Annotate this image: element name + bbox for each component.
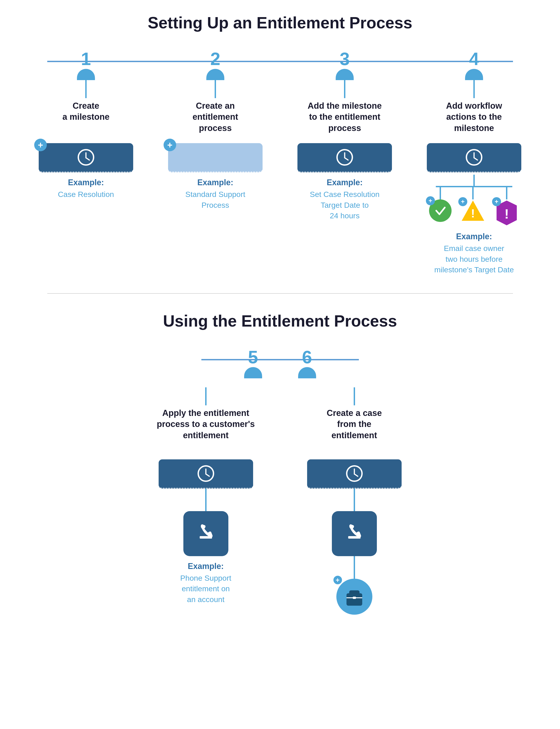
svg-text:!: !	[504, 206, 509, 221]
error-plus-badge: +	[492, 197, 501, 206]
step-6-icon-box	[307, 459, 402, 489]
branch-v-right	[506, 186, 507, 199]
step-6-top: 6	[298, 348, 316, 379]
step-1-example-text: Case Resolution	[58, 189, 114, 200]
main-container: Setting Up an Entitlement Process 1 Crea…	[21, 13, 539, 615]
warning-plus-badge: +	[458, 197, 467, 206]
svg-line-8	[474, 158, 477, 160]
step-6-bag-connector	[354, 556, 355, 579]
step-2-label: Create anentitlementprocess	[193, 98, 238, 134]
step-5-label: Apply the entitlementprocess to a custom…	[157, 405, 255, 450]
step-4-example-label: Example:	[456, 232, 492, 241]
step-1-clock-icon	[77, 148, 95, 166]
section2-timeline-line	[201, 359, 359, 360]
step-5-column: Apply the entitlementprocess to a custom…	[150, 388, 262, 615]
step-1-column: 1 Createa milestone +	[21, 50, 151, 200]
step-6-phone-box	[332, 511, 377, 556]
svg-line-2	[86, 158, 89, 160]
check-plus-badge: +	[426, 196, 435, 205]
section2-steps: Apply the entitlementprocess to a custom…	[21, 388, 539, 615]
step-6-column: Create a casefrom theentitlement	[298, 388, 411, 615]
step-5-example-text: Phone Supportentitlement onan account	[180, 573, 231, 605]
step-1-example-label: Example:	[68, 178, 104, 187]
action-branch-warning: ! +	[461, 186, 485, 224]
step-4-icon-box	[427, 143, 521, 172]
step-4-example-text: Email case ownertwo hours beforemileston…	[434, 243, 514, 275]
step-4-connector	[473, 80, 475, 98]
step-3-number: 3	[340, 50, 350, 68]
section2-timeline-bar: 5 6	[21, 348, 539, 379]
step-6-phone-icon	[342, 521, 367, 546]
step-2-connector	[215, 80, 216, 98]
timeline-bar: 1 Createa milestone +	[21, 50, 539, 275]
step-3-clock-icon	[336, 148, 354, 166]
step-5-icon-box	[159, 459, 253, 489]
step-2-example-text: Standard SupportProcess	[185, 189, 245, 210]
step-5-clock-icon	[197, 465, 215, 483]
step-1-number: 1	[81, 50, 91, 68]
section-divider	[47, 293, 513, 294]
step-6-bag-icon	[343, 585, 366, 608]
svg-rect-23	[349, 591, 359, 594]
step-2-column: 2 Create anentitlementprocess + Example:…	[151, 50, 280, 210]
step-5-example-label: Example:	[188, 562, 224, 571]
step-4-column: 4 Add workflowactions to themilestone	[409, 50, 539, 275]
step-3-label: Add the milestoneto the entitlementproce…	[308, 98, 382, 134]
step-5-phone-box	[183, 511, 228, 556]
action-branch-error: ! +	[494, 186, 519, 227]
step-3-icon-box	[297, 143, 392, 172]
step-3-dot	[336, 69, 354, 80]
section1-title: Setting Up an Entitlement Process	[21, 13, 539, 32]
svg-line-5	[345, 158, 348, 160]
step-2-plus-badge: +	[164, 139, 176, 151]
step-5-dot	[244, 367, 262, 379]
svg-line-19	[354, 474, 358, 476]
step-2-example-label: Example:	[197, 178, 233, 187]
checkmark-svg	[434, 204, 447, 217]
step-1-dot	[77, 69, 95, 80]
svg-rect-25	[353, 597, 356, 599]
step-2-number: 2	[210, 50, 220, 68]
step-6-label: Create a casefrom theentitlement	[327, 405, 382, 450]
step-1-label: Createa milestone	[62, 98, 109, 134]
step-2-content: Create anentitlementprocess + Example: S…	[151, 98, 280, 210]
step-6-connector	[354, 388, 355, 405]
action-branch-check: +	[429, 186, 452, 222]
step-6-clock-icon	[345, 465, 363, 483]
branch-v-center	[472, 186, 474, 199]
svg-text:!: !	[471, 207, 475, 220]
step-2-icon-box	[168, 143, 263, 172]
step-5-connector	[205, 388, 207, 405]
step-5-phone-icon	[193, 521, 218, 546]
step-6-bag-box	[336, 579, 372, 615]
step-4-clock-icon	[465, 148, 483, 166]
step-4-content: Add workflowactions to themilestone	[409, 98, 539, 275]
section2-title: Using the Entitlement Process	[21, 312, 539, 330]
step-5-number: 5	[248, 348, 258, 366]
step-4-dot	[465, 69, 483, 80]
step-5-lower-connector	[205, 489, 207, 511]
step-2-dot	[206, 69, 224, 80]
step-6-bag-plus-badge: +	[333, 575, 343, 585]
step-6-dot	[298, 367, 316, 379]
step-3-connector	[344, 80, 345, 98]
step-4-number: 4	[469, 50, 479, 68]
step-1-icon-box	[39, 143, 133, 172]
svg-line-15	[206, 474, 209, 476]
workflow-actions: + !	[425, 175, 524, 227]
step-6-number: 6	[302, 348, 312, 366]
step-6-lower-connector	[354, 489, 355, 511]
step-3-column: 3 Add the milestoneto the entitlementpro…	[280, 50, 409, 221]
step-3-example-label: Example:	[327, 178, 363, 187]
branch-v-left	[440, 186, 441, 199]
step-5-top: 5	[244, 348, 262, 379]
step-4-label: Add workflowactions to themilestone	[446, 98, 502, 134]
step-3-example-text: Set Case ResolutionTarget Date to24 hour…	[310, 189, 380, 221]
step-1-plus-badge: +	[34, 139, 47, 151]
action-connector-v	[473, 175, 475, 186]
step-1-content: Createa milestone + Example:	[21, 98, 151, 200]
section1-timeline: 1 Createa milestone +	[21, 50, 539, 275]
step-1-connector	[85, 80, 87, 98]
step-3-content: Add the milestoneto the entitlementproce…	[280, 98, 409, 221]
